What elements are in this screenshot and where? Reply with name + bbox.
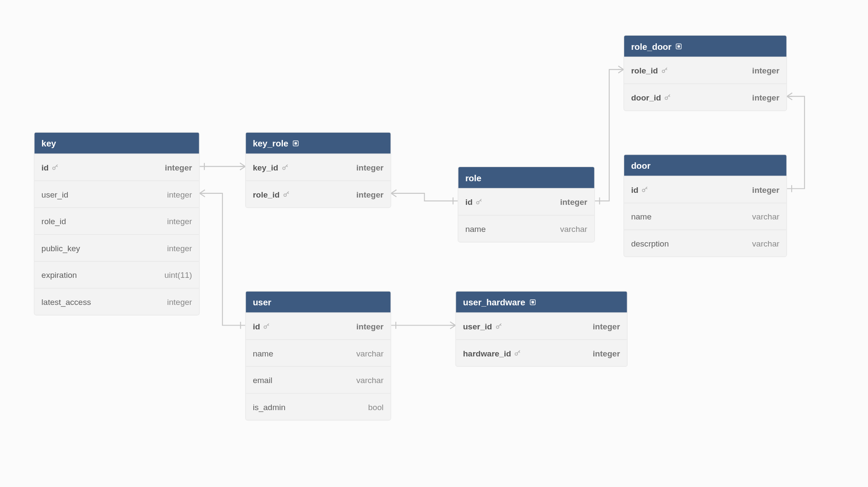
column-user-id[interactable]: idinteger	[246, 313, 391, 340]
column-key-id[interactable]: idinteger	[34, 154, 199, 181]
table-title: user_hardware	[463, 297, 525, 307]
table-header-role_door[interactable]: role_door	[624, 36, 786, 57]
column-name: id	[631, 185, 638, 194]
svg-rect-11	[294, 142, 296, 144]
svg-line-28	[669, 96, 670, 97]
table-key_role[interactable]: key_rolekey_idintegerrole_idinteger	[245, 132, 391, 208]
column-user-name[interactable]: namevarchar	[246, 339, 391, 366]
column-key-user_id[interactable]: user_idinteger	[34, 180, 199, 207]
svg-line-42	[519, 351, 520, 352]
key-icon	[476, 198, 483, 206]
column-name: id	[465, 197, 473, 207]
svg-line-14	[286, 166, 287, 167]
column-name: user_id	[463, 322, 492, 331]
table-header-user[interactable]: user	[246, 292, 391, 313]
column-user_hardware-user_id[interactable]: user_idinteger	[456, 313, 627, 340]
table-header-user_hardware[interactable]: user_hardware	[456, 292, 627, 313]
column-door-id[interactable]: idinteger	[624, 176, 786, 203]
table-door[interactable]: dooridintegernamevarchardescrptionvarcha…	[623, 154, 787, 257]
table-header-key_role[interactable]: key_role	[246, 133, 391, 154]
key-icon	[641, 186, 649, 193]
column-name: email	[253, 375, 273, 385]
column-name: expiration	[42, 270, 77, 280]
column-name: is_admin	[253, 402, 285, 411]
table-key[interactable]: keyidintegeruser_idintegerrole_idinteger…	[34, 132, 200, 315]
column-name: key_id	[253, 163, 278, 172]
table-header-role[interactable]: role	[458, 167, 595, 188]
column-type: integer	[593, 322, 620, 331]
column-door-descrption[interactable]: descrptionvarchar	[624, 229, 786, 256]
column-name: hardware_id	[463, 348, 511, 358]
table-title: user	[253, 297, 271, 307]
column-name: id	[42, 163, 49, 172]
column-type: integer	[752, 185, 779, 194]
column-user-is_admin[interactable]: is_adminbool	[246, 393, 391, 420]
column-key-public_key[interactable]: public_keyinteger	[34, 234, 199, 261]
svg-line-17	[288, 193, 288, 194]
column-type: integer	[167, 297, 192, 307]
column-type: integer	[356, 189, 383, 199]
table-title: key	[42, 138, 56, 148]
column-name: latest_access	[42, 297, 91, 307]
table-title: key_role	[253, 138, 288, 148]
column-type: integer	[167, 216, 192, 226]
column-user_hardware-hardware_id[interactable]: hardware_idinteger	[456, 339, 627, 366]
column-name: role_id	[253, 189, 279, 199]
junction-icon	[529, 298, 537, 306]
svg-line-20	[480, 200, 481, 201]
column-type: integer	[165, 163, 192, 172]
svg-rect-36	[531, 301, 533, 303]
column-name: user_id	[42, 189, 68, 199]
column-name: public_key	[42, 243, 80, 253]
junction-icon	[292, 139, 300, 147]
column-type: integer	[560, 197, 587, 207]
column-key-role_id[interactable]: role_idinteger	[34, 207, 199, 234]
table-user_hardware[interactable]: user_hardwareuser_idintegerhardware_idin…	[455, 291, 628, 367]
column-type: integer	[356, 163, 383, 172]
column-key-expiration[interactable]: expirationuint(11)	[34, 261, 199, 288]
column-type: varchar	[560, 224, 587, 234]
key-icon	[52, 164, 59, 171]
column-role-id[interactable]: idinteger	[458, 188, 595, 215]
table-role[interactable]: roleidintegernamevarchar	[458, 167, 595, 243]
table-title: door	[631, 160, 650, 170]
column-type: uint(11)	[164, 270, 192, 280]
svg-line-34	[268, 325, 269, 326]
column-key_role-key_id[interactable]: key_idinteger	[246, 154, 391, 181]
table-user[interactable]: useridintegernamevarcharemailvarcharis_a…	[245, 291, 391, 420]
column-role_door-door_id[interactable]: door_idinteger	[624, 83, 786, 110]
column-name: id	[253, 322, 260, 331]
er-diagram-canvas: keyidintegeruser_idintegerrole_idinteger…	[0, 0, 868, 487]
column-key-latest_access[interactable]: latest_accessinteger	[34, 288, 199, 315]
column-name: descrption	[631, 239, 669, 248]
column-type: integer	[356, 322, 383, 331]
column-type: integer	[752, 93, 779, 102]
key-icon	[514, 349, 522, 357]
column-type: integer	[593, 348, 620, 358]
column-name: name	[631, 212, 652, 221]
svg-line-31	[646, 188, 647, 189]
column-type: bool	[368, 402, 384, 411]
key-icon	[263, 323, 271, 330]
table-header-key[interactable]: key	[34, 133, 199, 154]
svg-line-39	[500, 325, 501, 326]
table-role_door[interactable]: role_doorrole_idintegerdoor_idinteger	[623, 35, 787, 111]
table-title: role_door	[631, 41, 671, 51]
column-type: varchar	[752, 239, 779, 248]
key-icon	[282, 190, 290, 198]
svg-line-9	[57, 166, 58, 167]
key-icon	[495, 323, 503, 330]
column-type: integer	[167, 243, 192, 253]
column-type: varchar	[356, 348, 383, 358]
svg-rect-22	[678, 45, 680, 47]
svg-line-25	[666, 69, 667, 70]
column-type: varchar	[752, 212, 779, 221]
column-role_door-role_id[interactable]: role_idinteger	[624, 57, 786, 84]
column-door-name[interactable]: namevarchar	[624, 203, 786, 230]
column-user-email[interactable]: emailvarchar	[246, 366, 391, 393]
table-header-door[interactable]: door	[624, 155, 786, 176]
column-key_role-role_id[interactable]: role_idinteger	[246, 180, 391, 207]
column-role-name[interactable]: namevarchar	[458, 215, 595, 242]
column-name: role_id	[631, 66, 658, 75]
column-name: door_id	[631, 93, 661, 102]
